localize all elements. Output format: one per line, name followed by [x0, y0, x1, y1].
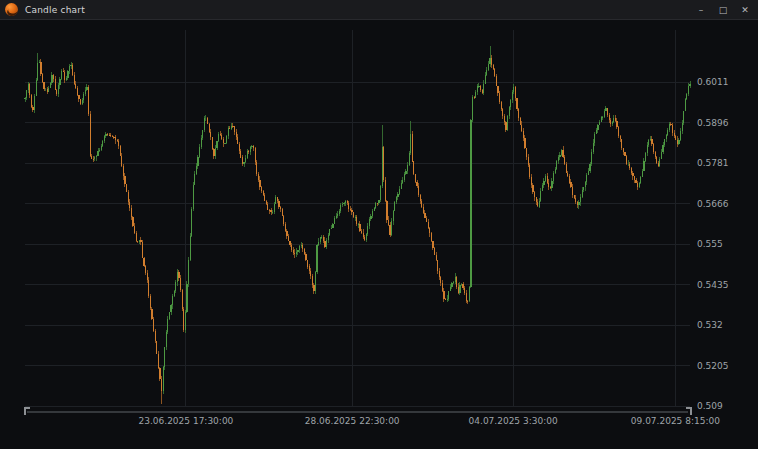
price-axis-label: 0.5896 [697, 118, 752, 128]
minimize-button[interactable]: – [690, 0, 712, 20]
price-axis-label: 0.5435 [697, 280, 752, 290]
app-logo-icon [5, 3, 18, 16]
price-axis-label: 0.6011 [697, 77, 752, 87]
price-axis-label: 0.5666 [697, 199, 752, 209]
scrollbar-right-handle[interactable] [686, 407, 692, 415]
scrollbar-left-handle[interactable] [24, 407, 30, 415]
scrollbar-track[interactable] [27, 411, 688, 413]
window-title: Candle chart [25, 5, 85, 15]
app-window: Candle chart – □ ✕ 0.60110.58960.57810.5… [0, 0, 758, 449]
price-axis-label: 0.555 [697, 239, 752, 249]
grid-layer [25, 30, 690, 406]
close-button[interactable]: ✕ [734, 0, 756, 20]
time-axis-label: 28.06.2025 22:30:00 [287, 416, 417, 427]
time-axis-label: 23.06.2025 17:30:00 [121, 416, 251, 427]
maximize-button[interactable]: □ [712, 0, 734, 20]
window-controls: – □ ✕ [690, 0, 756, 20]
candles-layer [24, 46, 690, 404]
time-axis-label: 09.07.2025 8:15:00 [610, 416, 740, 427]
price-axis-label: 0.532 [697, 320, 752, 330]
time-axis-label: 04.07.2025 3:30:00 [448, 416, 578, 427]
candle-chart-canvas[interactable] [0, 0, 758, 449]
price-axis-label: 0.5781 [697, 158, 752, 168]
price-axis-label: 0.5205 [697, 361, 752, 371]
title-bar[interactable]: Candle chart – □ ✕ [0, 0, 758, 20]
price-axis-label: 0.509 [697, 401, 752, 411]
